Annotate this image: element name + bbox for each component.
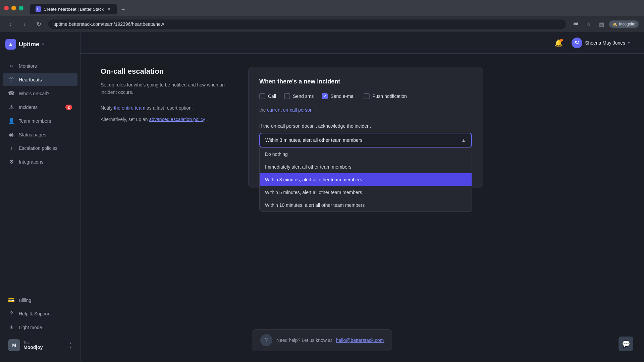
app-header: 🔔 SJ Sheena May Jones ▾ <box>80 32 644 54</box>
chat-icon: 💬 <box>622 340 630 348</box>
call-checkbox[interactable] <box>259 93 265 99</box>
push-notification-label: Push notification <box>372 94 407 99</box>
send-email-option[interactable]: Send e-mail <box>322 93 356 99</box>
browser-titlebar: U Create heartbeat | Better Stack ✕ + <box>0 0 644 16</box>
status-pages-icon: ◉ <box>8 131 15 138</box>
send-sms-label: Send sms <box>293 94 314 99</box>
sidebar-team[interactable]: M Team Moodjoy ▲ ▼ <box>3 335 77 355</box>
help-email-link[interactable]: hello@betterstack.com <box>336 338 384 343</box>
left-panel: On-call escalation Set up rules for who'… <box>101 67 228 349</box>
forward-button[interactable]: › <box>19 19 30 29</box>
content-area: On-call escalation Set up rules for who'… <box>80 54 644 362</box>
url-bar[interactable]: uptime.betterstack.com/team/192396/heart… <box>48 19 567 29</box>
url-text: uptime.betterstack.com/team/192396/heart… <box>53 21 561 27</box>
sidebar-item-help-support[interactable]: ? Help & Support <box>3 307 77 320</box>
notification-button[interactable]: 🔔 <box>554 39 563 47</box>
push-notification-option[interactable]: Push notification <box>364 93 407 99</box>
tab-title: Create heartbeat | Better Stack <box>44 7 104 12</box>
sidebar-item-label: Billing <box>19 298 31 303</box>
notification-options: Call Send sms Send e-mail Push noti <box>259 93 472 99</box>
escalation-select-wrapper: Within 3 minutes, alert all other team m… <box>259 133 472 147</box>
tab-close-button[interactable]: ✕ <box>106 6 112 12</box>
send-email-label: Send e-mail <box>330 94 356 99</box>
send-email-checkbox[interactable] <box>322 93 328 99</box>
sidebar-logo[interactable]: ▲ Uptime ▾ <box>0 32 80 56</box>
section-description: Set up rules for who's going to be notif… <box>101 81 228 96</box>
side-panel-icon[interactable]: ▤ <box>596 19 606 29</box>
sidebar-bottom: 💳 Billing ? Help & Support ☀ Light mode … <box>0 290 80 362</box>
sidebar-item-escalation-policies[interactable]: ↑ Escalation policies <box>3 142 77 155</box>
minimize-window-button[interactable] <box>11 6 16 10</box>
close-window-button[interactable] <box>4 6 9 10</box>
back-button[interactable]: ‹ <box>5 19 15 29</box>
active-tab[interactable]: U Create heartbeat | Better Stack ✕ <box>30 4 117 14</box>
team-expand-icon: ▲ ▼ <box>69 341 72 349</box>
sidebar-item-billing[interactable]: 💳 Billing <box>3 294 77 307</box>
incognito-badge: 🕵 Incognito <box>609 20 639 28</box>
tab-favicon: U <box>36 6 41 12</box>
escalation-icon: ↑ <box>8 145 15 151</box>
integrations-icon: ⚙ <box>8 159 15 165</box>
sidebar-item-integrations[interactable]: ⚙ Integrations <box>3 155 77 168</box>
chat-widget[interactable]: 💬 <box>619 337 633 351</box>
escalation-card: When there's a new incident Call Send sm… <box>248 67 483 188</box>
user-chevron-icon: ▾ <box>628 41 630 45</box>
on-call-person-link[interactable]: current on-call person <box>267 107 312 113</box>
when-title: When there's a new incident <box>259 78 472 85</box>
sidebar-item-label: Heartbeats <box>19 77 42 82</box>
window-controls <box>4 6 23 10</box>
sidebar-item-heartbeats[interactable]: ♡ Heartbeats <box>3 73 77 86</box>
main-content: 🔔 SJ Sheena May Jones ▾ On-call escalati… <box>80 32 644 362</box>
send-sms-checkbox[interactable] <box>284 93 290 99</box>
escalation-dropdown: Do nothing Immediately alert all other t… <box>259 147 472 212</box>
dropdown-option-3-minutes[interactable]: Within 3 minutes, alert all other team m… <box>260 173 472 186</box>
sidebar-item-label: Integrations <box>19 159 43 165</box>
notify-prefix: Notify <box>101 105 113 111</box>
advanced-escalation-link[interactable]: advanced escalation policy <box>149 117 205 122</box>
browser-address-bar: ‹ › ↻ uptime.betterstack.com/team/192396… <box>0 16 644 32</box>
team-info: Team Moodjoy <box>23 341 65 350</box>
new-tab-button[interactable]: + <box>118 5 128 14</box>
bookmark-icon[interactable]: ☆ <box>584 19 594 29</box>
call-option[interactable]: Call <box>259 93 276 99</box>
sidebar-item-whos-on-call[interactable]: ☎ Who's on-call? <box>3 87 77 100</box>
alt-text: Alternatively, set up an advanced escala… <box>101 116 228 123</box>
escalation-select-trigger[interactable]: Within 3 minutes, alert all other team m… <box>259 133 472 147</box>
sidebar-item-label: Light mode <box>19 325 42 330</box>
team-label: Team <box>23 341 65 345</box>
user-avatar: SJ <box>572 38 582 48</box>
team-icon: 👤 <box>8 118 15 124</box>
sidebar-item-label: Escalation policies <box>19 145 57 151</box>
alt-suffix: . <box>207 117 208 122</box>
send-sms-option[interactable]: Send sms <box>284 93 314 99</box>
incidents-badge: 2 <box>65 105 72 110</box>
sidebar-item-status-pages[interactable]: ◉ Status pages <box>3 128 77 141</box>
monitors-icon: ○ <box>8 63 15 69</box>
sidebar-item-label: Help & Support <box>19 311 51 316</box>
dropdown-option-immediately[interactable]: Immediately alert all other team members <box>260 161 472 173</box>
dropdown-option-do-nothing[interactable]: Do nothing <box>260 148 472 161</box>
sidebar-item-team-members[interactable]: 👤 Team members <box>3 114 77 127</box>
entire-team-link[interactable]: the entire team <box>114 105 145 111</box>
maximize-window-button[interactable] <box>19 6 23 10</box>
incognito-icon: 🕵 <box>612 22 618 26</box>
right-panel: When there's a new incident Call Send sm… <box>248 67 483 349</box>
dropdown-option-10-minutes[interactable]: Within 10 minutes, alert all other team … <box>260 199 472 212</box>
user-menu[interactable]: SJ Sheena May Jones ▾ <box>568 36 633 50</box>
help-text: Need help? Let us know at <box>276 338 332 343</box>
sidebar-item-monitors[interactable]: ○ Monitors <box>3 60 77 72</box>
dropdown-option-5-minutes[interactable]: Within 5 minutes, alert all other team m… <box>260 186 472 199</box>
sidebar-item-light-mode[interactable]: ☀ Light mode <box>3 321 77 334</box>
refresh-button[interactable]: ↻ <box>34 19 44 29</box>
user-name: Sheena May Jones <box>585 40 625 46</box>
notification-dot <box>560 39 563 42</box>
logo-icon: ▲ <box>5 39 16 50</box>
push-notification-checkbox[interactable] <box>364 93 370 99</box>
notify-text: Notify the entire team as a last resort … <box>101 104 228 112</box>
logo-label: Uptime <box>19 41 39 48</box>
sidebar-collapse-icon: ▾ <box>42 42 44 47</box>
sidebar-item-label: Who's on-call? <box>19 91 49 96</box>
sidebar-item-incidents[interactable]: ⚠ Incidents 2 <box>3 101 77 114</box>
header-actions: 🔔 SJ Sheena May Jones ▾ <box>554 36 633 50</box>
eye-slash-icon[interactable]: 🕶 <box>571 19 581 29</box>
